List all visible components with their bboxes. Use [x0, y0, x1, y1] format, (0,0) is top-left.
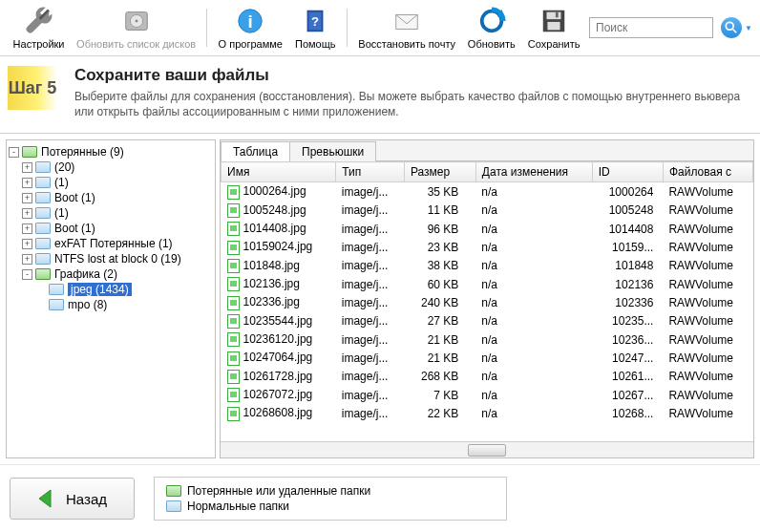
column-header[interactable]: Файловая с — [663, 162, 752, 182]
tree-node[interactable]: mpo (8) — [35, 297, 213, 312]
refresh-disks-button[interactable]: Обновить список дисков — [72, 4, 201, 52]
refresh-button[interactable]: Обновить — [462, 4, 520, 52]
search-icon — [725, 21, 738, 34]
tree-node[interactable]: +exFAT Потерянные (1) — [22, 236, 213, 251]
help-button[interactable]: ? Помощь — [289, 4, 341, 52]
folder-tree[interactable]: -Потерянные (9)+(20)+(1)+Boot (1)+(1)+Bo… — [6, 139, 216, 458]
table-row[interactable]: 10235544.jpgimage/j...27 KBn/a10235...RA… — [222, 312, 753, 330]
svg-line-17 — [733, 30, 737, 33]
column-header[interactable]: ID — [592, 162, 663, 182]
table-row[interactable]: 10236120.jpgimage/j...21 KBn/a10236...RA… — [222, 330, 753, 349]
tree-label: (1) — [54, 206, 69, 220]
expand-toggle[interactable]: + — [22, 208, 32, 219]
svg-marker-18 — [39, 490, 51, 507]
save-button[interactable]: Сохранить — [522, 4, 585, 52]
table-row[interactable]: 1014408.jpgimage/j...96 KBn/a1014408RAWV… — [222, 220, 753, 238]
svg-point-16 — [726, 22, 733, 30]
tree-label: Потерянные (9) — [41, 145, 124, 159]
file-grid[interactable]: ИмяТипРазмерДата измененияIDФайловая с 1… — [221, 161, 753, 441]
tree-label: NTFS lost at block 0 (19) — [54, 252, 181, 266]
column-header[interactable]: Размер — [404, 162, 475, 182]
expand-toggle[interactable]: + — [22, 178, 32, 188]
horizontal-scrollbar[interactable] — [221, 441, 753, 458]
refresh-icon — [476, 6, 507, 36]
tree-label: exFAT Потерянные (1) — [54, 237, 173, 250]
column-header[interactable]: Имя — [222, 162, 336, 182]
search-button[interactable] — [721, 17, 742, 38]
tree-node[interactable]: -Потерянные (9) — [9, 144, 213, 160]
svg-rect-14 — [548, 22, 560, 30]
tab-thumbnails[interactable]: Превьюшки — [289, 141, 376, 161]
recover-mail-button[interactable]: Восстановить почту — [353, 4, 460, 52]
folder-green-icon — [22, 145, 37, 159]
folder-green-icon — [166, 485, 181, 497]
folder-blue-icon — [49, 283, 64, 296]
table-row[interactable]: 10261728.jpgimage/j...268 KBn/a10261...R… — [222, 368, 753, 386]
tree-label: Boot (1) — [54, 222, 95, 235]
step-badge: Шаг 5 — [8, 66, 57, 110]
file-icon — [227, 259, 240, 273]
file-icon — [227, 388, 240, 402]
table-row[interactable]: 10268608.jpgimage/j...22 KBn/a10268...RA… — [222, 404, 753, 422]
about-button[interactable]: i О программе — [213, 4, 287, 52]
search-input[interactable] — [589, 17, 713, 38]
table-row[interactable]: 1000264.jpgimage/j...35 KBn/a1000264RAWV… — [222, 182, 753, 202]
column-header[interactable]: Тип — [336, 162, 405, 182]
tree-node[interactable]: +(20) — [22, 160, 213, 175]
table-row[interactable]: 10159024.jpgimage/j...23 KBn/a10159...RA… — [222, 238, 753, 256]
table-row[interactable]: 1005248.jpgimage/j...11 KBn/a1005248RAWV… — [222, 202, 753, 220]
tree-node[interactable]: +(1) — [22, 175, 213, 190]
file-icon — [227, 332, 240, 347]
step-title: Сохраните ваши файлы — [74, 66, 752, 85]
expand-toggle[interactable]: + — [22, 223, 32, 234]
main-area: -Потерянные (9)+(20)+(1)+Boot (1)+(1)+Bo… — [0, 134, 760, 464]
folder-green-icon — [35, 267, 51, 281]
back-button[interactable]: Назад — [10, 478, 135, 520]
tree-label: Графика (2) — [54, 267, 117, 281]
expand-toggle[interactable]: + — [22, 239, 32, 249]
envelope-icon — [391, 6, 422, 36]
file-icon — [227, 370, 240, 384]
table-row[interactable]: 102336.jpgimage/j...240 KBn/a102336RAWVo… — [222, 293, 753, 311]
separator — [206, 9, 207, 47]
tree-node[interactable]: +Boot (1) — [22, 190, 213, 205]
arrow-left-icon — [37, 488, 56, 509]
file-icon — [227, 351, 240, 366]
expand-toggle[interactable]: + — [22, 254, 32, 265]
folder-blue-icon — [35, 222, 51, 235]
tree-node[interactable]: -Графика (2) — [22, 266, 213, 282]
legend-lost-label: Потерянные или удаленные папки — [187, 484, 370, 498]
tree-node[interactable]: +(1) — [22, 205, 213, 221]
settings-button[interactable]: Настройки — [8, 4, 70, 52]
expand-toggle[interactable]: - — [22, 269, 32, 280]
tree-label: jpeg (1434) — [68, 283, 132, 296]
folder-blue-icon — [166, 500, 181, 512]
svg-rect-15 — [556, 12, 559, 18]
tab-table[interactable]: Таблица — [221, 141, 290, 161]
table-row[interactable]: 10267072.jpgimage/j...7 KBn/a10267...RAW… — [222, 386, 753, 404]
step-header: Шаг 5 Сохраните ваши файлы Выберите файл… — [0, 56, 760, 134]
table-row[interactable]: 102136.jpgimage/j...60 KBn/a102136RAWVol… — [222, 275, 753, 293]
search-dropdown-icon[interactable]: ▼ — [745, 24, 752, 32]
svg-text:?: ? — [311, 14, 319, 29]
tree-node[interactable]: +Boot (1) — [22, 221, 213, 236]
tree-node[interactable]: jpeg (1434) — [35, 282, 213, 297]
table-row[interactable]: 101848.jpgimage/j...38 KBn/a101848RAWVol… — [222, 257, 753, 275]
tree-label: (1) — [54, 176, 69, 189]
file-icon — [227, 203, 240, 218]
legend: Потерянные или удаленные папки Нормальны… — [154, 477, 507, 521]
svg-rect-13 — [547, 12, 561, 20]
folder-blue-icon — [35, 206, 51, 220]
step-subtitle: Выберите файлы для сохранения (восстанов… — [74, 89, 752, 119]
toolbar: Настройки Обновить список дисков i О про… — [0, 0, 760, 56]
file-icon — [227, 185, 240, 200]
column-header[interactable]: Дата изменения — [475, 162, 592, 182]
floppy-icon — [538, 6, 569, 36]
tree-node[interactable]: +NTFS lost at block 0 (19) — [22, 251, 213, 266]
tree-label: Boot (1) — [54, 191, 95, 204]
expand-toggle[interactable]: + — [22, 162, 32, 173]
expand-toggle[interactable]: + — [22, 193, 32, 203]
tree-label: (20) — [54, 160, 74, 174]
table-row[interactable]: 10247064.jpgimage/j...21 KBn/a10247...RA… — [222, 349, 753, 367]
expand-toggle[interactable]: - — [9, 147, 19, 158]
